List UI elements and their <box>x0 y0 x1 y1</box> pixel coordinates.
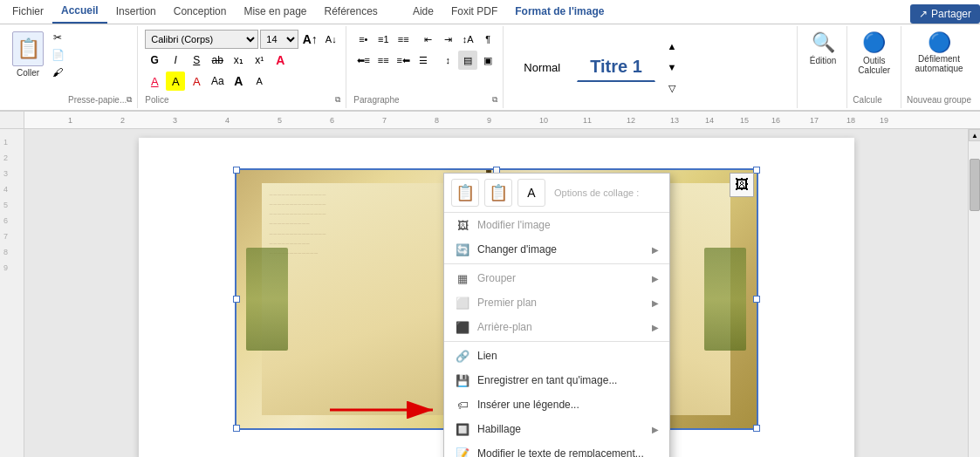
calcule-label: Calcule <box>853 95 881 105</box>
change-image-arrow: ▶ <box>652 245 659 255</box>
paragraphe-label: Paragraphe <box>353 95 399 105</box>
decrease-indent-button[interactable]: ⇤ <box>418 30 437 49</box>
modify-image-icon: 🖼 <box>455 217 470 233</box>
font-grow-button[interactable]: A <box>229 72 248 91</box>
styles-scroll-down[interactable]: ▼ <box>662 58 682 77</box>
border-button[interactable]: ▣ <box>478 51 497 70</box>
paste-icon: 📋 <box>12 31 44 66</box>
doc-left-margin: 123456789 <box>0 129 24 457</box>
share-icon: ↗ <box>919 8 928 20</box>
style-titre1[interactable]: Titre 1 <box>577 52 655 82</box>
police-group: Calibri (Corps) 14 A↑ A↓ G I S ab x₁ x¹ … <box>140 26 346 108</box>
underline-button[interactable]: S <box>187 51 206 70</box>
show-marks-button[interactable]: ¶ <box>478 30 497 49</box>
paragraphe-group-footer: Paragraphe ⧉ <box>353 92 497 105</box>
cm-paste-icon1[interactable]: 📋 <box>451 179 479 207</box>
coller-group-label-row: Presse-papie... ⧉ <box>68 92 132 105</box>
justify-button[interactable]: ☰ <box>414 51 433 70</box>
numbered-list-button[interactable]: ≡1 <box>373 30 393 49</box>
paragraphe-launcher[interactable]: ⧉ <box>492 95 497 105</box>
cm-lien[interactable]: 🔗 Lien <box>444 344 669 368</box>
cm-paste-icon3[interactable]: A <box>517 179 545 207</box>
cut-button[interactable]: ✂ <box>49 30 66 45</box>
presse-papier-launcher[interactable]: ⧉ <box>127 95 132 105</box>
tab-accueil[interactable]: Accueil <box>52 0 107 24</box>
cm-paste-icon2[interactable]: 📋 <box>484 179 512 207</box>
style-normal[interactable]: Normal <box>511 57 573 78</box>
cm-habillage[interactable]: 🔲 Habillage ▶ <box>444 417 669 441</box>
copy-button[interactable]: 📄 <box>49 47 66 63</box>
cm-arriere-plan: ⬛ Arrière-plan ▶ <box>444 315 669 339</box>
cm-change-image[interactable]: 🔄 Changer d'image ▶ <box>444 237 669 262</box>
police-label: Police <box>145 95 168 105</box>
font-name-row: Calibri (Corps) 14 A↑ A↓ <box>145 30 340 49</box>
cm-modifier-texte[interactable]: 📝 Modifier le texte de remplacement... <box>444 441 669 457</box>
tab-references[interactable]: Références <box>316 0 387 24</box>
shading-button[interactable]: ▤ <box>458 51 477 70</box>
font-size-select[interactable]: 14 <box>260 30 298 49</box>
tab-conception[interactable]: Conception <box>165 0 236 24</box>
red-arrow <box>330 401 443 421</box>
scroll-thumb[interactable] <box>970 159 980 211</box>
inserer-legende-icon: 🏷 <box>455 397 470 413</box>
cm-enregistrer[interactable]: 💾 Enregistrer en tant qu'image... <box>444 368 669 392</box>
font-color2-button[interactable]: A <box>187 72 206 91</box>
align-left-button[interactable]: ⬅≡ <box>353 51 373 70</box>
paste-small-buttons: ✂ 📄 🖌 <box>49 30 66 105</box>
multilevel-list-button[interactable]: ≡≡ <box>394 30 413 49</box>
strikethrough-button[interactable]: ab <box>208 51 227 70</box>
ribbon-tabs: Fichier Accueil Insertion Conception Mis… <box>0 0 980 24</box>
styles-scroll-up[interactable]: ▲ <box>662 37 682 56</box>
defilement-icon: 🔵 <box>928 31 951 54</box>
deco-right <box>704 248 746 351</box>
highlight-color-button[interactable]: A <box>166 72 185 91</box>
police-group-footer: Police ⧉ <box>145 92 340 105</box>
cm-sep2 <box>444 341 669 342</box>
edition-label: Édition <box>810 56 837 65</box>
tab-insertion[interactable]: Insertion <box>107 0 165 24</box>
font-decrease-button[interactable]: A↓ <box>321 30 340 49</box>
format-painter-button[interactable]: 🖌 <box>49 65 66 80</box>
tab-format-image[interactable]: Format de l'image <box>506 0 613 24</box>
cm-modify-image: 🖼 Modifier l'image <box>444 213 669 237</box>
align-center-button[interactable]: ≡≡ <box>373 51 393 70</box>
sort-button[interactable]: ↕A <box>458 30 477 49</box>
edition-button[interactable]: 🔍 Édition <box>805 30 842 67</box>
font-color-button[interactable]: A <box>145 72 164 91</box>
align-right-button[interactable]: ≡⬅ <box>394 51 413 70</box>
police-launcher[interactable]: ⧉ <box>335 95 340 105</box>
line-spacing-button[interactable]: ↕ <box>438 51 457 70</box>
grouper-icon: ▦ <box>455 270 470 286</box>
calculer-button[interactable]: 🔵 OutilsCalculer <box>853 30 895 77</box>
tab-aide[interactable]: Aide <box>404 0 442 24</box>
font-shrink-button[interactable]: A <box>250 72 269 91</box>
font-name-select[interactable]: Calibri (Corps) <box>145 30 258 49</box>
share-button[interactable]: ↗ Partager <box>910 4 980 24</box>
defilement-group: 🔵 Défilementautomatique Nouveau groupe <box>901 26 977 108</box>
tab-foxit[interactable]: Foxit PDF <box>442 0 506 24</box>
styles-more[interactable]: ▽ <box>662 78 682 98</box>
font-increase-button[interactable]: A↑ <box>300 30 319 49</box>
coller-button[interactable]: 📋 Coller <box>9 30 47 105</box>
calcule-label-row: Calcule <box>853 92 895 105</box>
scroll-track[interactable] <box>969 141 980 457</box>
bold-button[interactable]: G <box>145 51 164 70</box>
font-case-button[interactable]: Aa <box>208 72 227 91</box>
bullet-list-button[interactable]: ≡• <box>353 30 373 49</box>
subscript-button[interactable]: x₁ <box>229 51 248 70</box>
tab-mise-en-page[interactable]: Mise en page <box>235 0 315 24</box>
italic-button[interactable]: I <box>166 51 185 70</box>
cm-inserer-legende[interactable]: 🏷 Insérer une légende... <box>444 392 669 417</box>
defilement-button[interactable]: 🔵 Défilementautomatique <box>910 30 969 75</box>
premier-plan-icon: ⬜ <box>455 295 470 310</box>
ruler-main: 1 2 3 4 5 6 7 8 9 10 11 12 13 14 15 16 1… <box>24 112 980 128</box>
scroll-up-button[interactable]: ▲ <box>969 129 980 141</box>
clear-format-button[interactable]: A <box>271 51 290 70</box>
tab-fichier[interactable]: Fichier <box>3 0 52 24</box>
superscript-button[interactable]: x¹ <box>250 51 269 70</box>
change-image-icon: 🔄 <box>455 242 470 257</box>
habillage-icon: 🔲 <box>455 421 470 437</box>
increase-indent-button[interactable]: ⇥ <box>438 30 457 49</box>
vertical-scrollbar: ▲ ▼ <box>968 129 980 457</box>
outils-group: 🔵 OutilsCalculer Calcule <box>847 26 901 108</box>
